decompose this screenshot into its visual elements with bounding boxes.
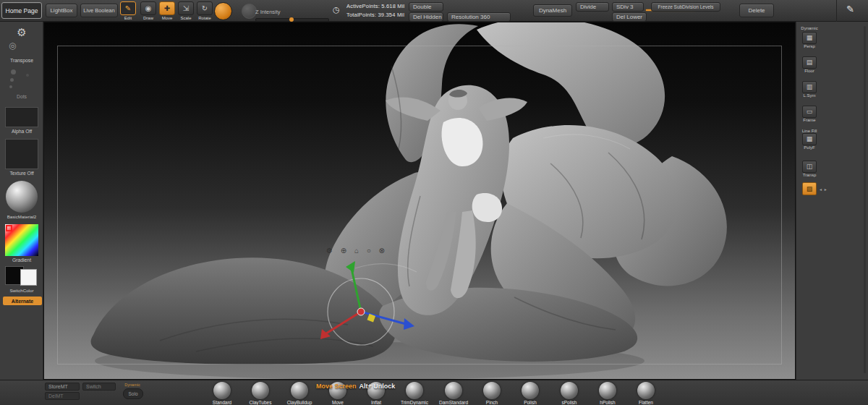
freeze-subdivision-button[interactable]: Freeze SubDivision Levels bbox=[651, 2, 720, 12]
double-button[interactable]: Double bbox=[409, 2, 443, 12]
rotate-label: Rotate bbox=[196, 16, 213, 20]
move-label: Move bbox=[158, 16, 176, 20]
brush-thumb bbox=[561, 382, 578, 399]
polyf-icon: ▦ bbox=[802, 133, 817, 145]
home-page-button[interactable]: Home Page bbox=[1, 2, 42, 19]
brush-claytubes[interactable]: ClayTubes bbox=[244, 382, 276, 405]
brush-standard[interactable]: Standard bbox=[206, 382, 238, 405]
edit-label: Edit bbox=[119, 16, 137, 20]
edit-icon: ✎ bbox=[120, 1, 136, 15]
brush-hpolish[interactable]: hPolish bbox=[592, 382, 624, 405]
resolution-slider[interactable]: Resolution 360 bbox=[447, 12, 511, 22]
material-thumbnail[interactable] bbox=[6, 181, 38, 213]
alternate-button[interactable]: Alternate bbox=[3, 297, 42, 305]
transpose-label: Transpose bbox=[0, 58, 43, 63]
pen-tool-icon[interactable]: ✎ bbox=[846, 4, 854, 14]
delete-button[interactable]: Delete bbox=[739, 4, 774, 17]
persp-icon: ▦ bbox=[802, 32, 817, 44]
bottom-tray: StoreMT Switch DelMT Dynamic Solo Move S… bbox=[0, 380, 868, 405]
alpha-off-label: Alpha Off bbox=[0, 129, 43, 134]
sdiv-slider[interactable]: SDiv 3 bbox=[612, 2, 644, 12]
move-button[interactable]: ✚ Move bbox=[158, 1, 176, 20]
dot-icon bbox=[26, 74, 29, 77]
draw-button[interactable]: ◉ Draw bbox=[140, 1, 157, 20]
floor-icon: ▤ bbox=[802, 56, 817, 69]
brush-damstandard[interactable]: DamStandard bbox=[438, 382, 469, 405]
dot-icon bbox=[9, 85, 12, 88]
switch-color-label: SwitchColor bbox=[0, 288, 43, 293]
del-lower-button[interactable]: Del Lower bbox=[612, 12, 647, 22]
secondary-brush-icon[interactable] bbox=[242, 4, 257, 19]
solo-button[interactable]: Solo bbox=[123, 388, 143, 399]
del-hidden-button[interactable]: Del Hidden bbox=[409, 12, 443, 22]
brush-thumb bbox=[406, 382, 423, 399]
texture-thumbnail[interactable] bbox=[5, 139, 38, 169]
texture-off-label: Texture Off bbox=[0, 171, 43, 176]
brush-pinch[interactable]: Pinch bbox=[476, 382, 508, 405]
draw-icon: ◉ bbox=[140, 1, 156, 15]
transparency-button[interactable]: ◫ Transp bbox=[798, 161, 821, 177]
stopwatch-icon: ◷ bbox=[333, 5, 340, 14]
toolbar-divider bbox=[836, 0, 837, 22]
floor-button[interactable]: ▤ Floor bbox=[798, 56, 821, 73]
brush-thumb bbox=[291, 382, 308, 399]
hint-alt-unlock: Alt+ Unlock bbox=[359, 383, 396, 390]
brush-thumb bbox=[522, 382, 539, 399]
lightbox-button[interactable]: LightBox bbox=[46, 4, 77, 17]
brush-thumb bbox=[252, 382, 269, 399]
alpha-thumbnail[interactable] bbox=[5, 107, 38, 127]
right-scrollbar[interactable] bbox=[864, 26, 866, 373]
hint-move-screen: Move Screen bbox=[316, 383, 357, 390]
dots-widget[interactable] bbox=[11, 69, 16, 74]
brush-spolish[interactable]: sPolish bbox=[553, 382, 585, 405]
top-toolbar: Home Page LightBox Live Boolean ✎ Edit ◉… bbox=[0, 0, 868, 22]
dots-label: Dots bbox=[0, 94, 43, 99]
z-intensity-label: Z Intensity bbox=[255, 9, 281, 15]
brush-flatten[interactable]: Flatten bbox=[630, 382, 662, 405]
local-symmetry-button[interactable]: ▥ L.Sym bbox=[798, 81, 821, 98]
rotate-icon: ↻ bbox=[197, 1, 213, 15]
polyframe-button[interactable]: Line Fill ▦ PolyF bbox=[798, 129, 821, 150]
brush-trimdynamic[interactable]: TrimDynamic bbox=[399, 382, 430, 405]
total-points-readout: TotalPoints: 39.354 Mil bbox=[346, 12, 404, 18]
shelf-scroll-arrows[interactable]: ◂ ▸ bbox=[820, 187, 827, 192]
brush-thumb bbox=[213, 382, 231, 399]
live-boolean-button[interactable]: Live Boolean bbox=[80, 4, 118, 17]
zbrush-window: Home Page LightBox Live Boolean ✎ Edit ◉… bbox=[0, 0, 868, 405]
sculpture[interactable] bbox=[44, 22, 796, 380]
navigation-hint: Move ScreenAlt+ Unlock bbox=[316, 383, 395, 390]
lsym-icon: ▥ bbox=[802, 81, 817, 93]
transpose-ring-icon[interactable]: ◎ bbox=[9, 40, 16, 51]
right-shelf: Dynamic ▦ Persp ▤ Floor ▥ L.Sym ▭ Frame … bbox=[796, 22, 868, 380]
scale-icon: ⇲ bbox=[178, 1, 194, 15]
active-points-readout: ActivePoints: 5.618 Mil bbox=[346, 3, 404, 9]
brush-claybuildup[interactable]: ClayBuildup bbox=[284, 382, 315, 405]
dynamic-label: Dynamic bbox=[798, 26, 821, 30]
persp-button[interactable]: ▦ Persp bbox=[798, 32, 821, 48]
edit-button[interactable]: ✎ Edit bbox=[119, 1, 137, 20]
divide-button[interactable]: Divide bbox=[576, 2, 609, 12]
gizmo-config-icons[interactable]: ⚙ ⊕ ⌂ ○ ⊗ bbox=[326, 247, 388, 255]
store-mt-button[interactable]: StoreMT bbox=[45, 383, 80, 391]
dynamesh-button[interactable]: DynaMesh bbox=[533, 4, 572, 17]
secondary-color-swatch[interactable] bbox=[20, 269, 37, 286]
del-mt-button[interactable]: DelMT bbox=[45, 392, 80, 400]
gradient-label: Gradient bbox=[0, 257, 43, 263]
brush-thumb bbox=[637, 382, 655, 399]
viewport[interactable]: ⚙ ⊕ ⌂ ○ ⊗ bbox=[43, 22, 796, 380]
scale-button[interactable]: ⇲ Scale bbox=[177, 1, 195, 20]
active-brush-icon[interactable] bbox=[214, 2, 232, 20]
brush-polish[interactable]: Polish bbox=[514, 382, 546, 405]
brush-thumb bbox=[483, 382, 501, 399]
rotate-button[interactable]: ↻ Rotate bbox=[196, 1, 213, 20]
move-icon: ✚ bbox=[159, 1, 175, 15]
switch-mt-button[interactable]: Switch bbox=[82, 383, 116, 391]
scale-label: Scale bbox=[177, 16, 195, 20]
transpose-gear-icon[interactable]: ⚙ bbox=[0, 26, 43, 39]
brush-thumb bbox=[599, 382, 616, 399]
color-picker-marker bbox=[6, 225, 12, 231]
ghost-button[interactable]: ▨ bbox=[798, 182, 821, 195]
frame-button[interactable]: ▭ Frame bbox=[798, 106, 821, 122]
brush-thumb bbox=[445, 382, 462, 399]
material-label: BasicMaterial2 bbox=[0, 214, 43, 219]
